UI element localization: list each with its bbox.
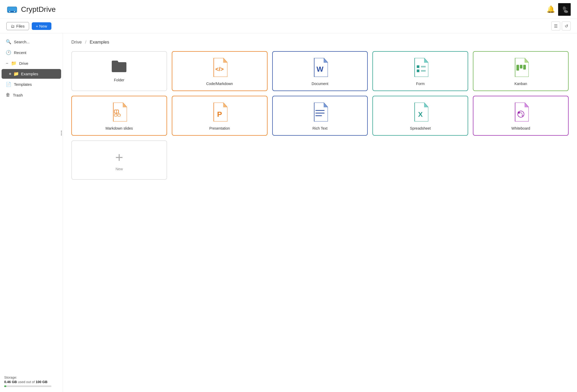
- templates-label: Templates: [14, 82, 32, 87]
- code-label: Code/Markdown: [206, 82, 233, 86]
- template-icon: 📄: [6, 82, 11, 87]
- grid-card-slides[interactable]: Markdown slides: [71, 96, 167, 136]
- trash-icon: 🗑: [6, 92, 10, 98]
- grid-card-folder[interactable]: Folder: [71, 51, 167, 91]
- grid-card-code[interactable]: </> Code/Markdown: [172, 51, 268, 91]
- document-card-icon: W: [312, 58, 328, 78]
- grid-card-presentation[interactable]: P Presentation: [172, 96, 268, 136]
- svg-point-28: [518, 112, 520, 114]
- clock-icon: 🕐: [6, 50, 11, 55]
- item-grid: Folder </> Code/Markdown: [71, 51, 569, 180]
- presentation-label: Presentation: [209, 126, 230, 130]
- user-avatar[interactable]: [558, 3, 571, 16]
- slides-card-icon: [111, 103, 127, 123]
- svg-rect-14: [516, 65, 519, 71]
- minus-icon: −: [6, 61, 8, 66]
- app-logo: CryptDrive: [6, 4, 547, 15]
- main-content: Drive / Examples Folder: [63, 33, 577, 392]
- svg-text:W: W: [317, 65, 324, 73]
- kanban-card-icon: [513, 58, 529, 78]
- recent-label: Recent: [14, 50, 26, 55]
- document-label: Document: [312, 82, 328, 86]
- sidebar-item-examples[interactable]: ⊕ 📁 Examples: [2, 69, 61, 79]
- new-button[interactable]: + New: [32, 22, 51, 30]
- storage-used: 0.46 GB: [4, 380, 17, 384]
- sidebar-item-search[interactable]: 🔍 Search...: [2, 37, 61, 47]
- breadcrumb-root[interactable]: Drive: [71, 40, 82, 45]
- storage-separator: used out of: [18, 380, 36, 384]
- main-layout: 🔍 Search... 🕐 Recent − 📁 Drive ⊕ 📁 Examp…: [0, 33, 577, 392]
- toolbar-right: ☰ ↺: [551, 22, 571, 30]
- sidebar: 🔍 Search... 🕐 Recent − 📁 Drive ⊕ 📁 Examp…: [0, 33, 63, 392]
- new-card-label: New: [115, 167, 123, 171]
- sidebar-item-drive[interactable]: − 📁 Drive: [2, 58, 61, 68]
- presentation-card-icon: P: [212, 103, 227, 123]
- svg-rect-16: [523, 65, 526, 70]
- grid-card-document[interactable]: W Document: [272, 51, 368, 91]
- code-card-icon: </>: [212, 58, 227, 78]
- breadcrumb-current: Examples: [90, 40, 109, 45]
- app-title: CryptDrive: [21, 5, 56, 14]
- spreadsheet-card-icon: X: [413, 103, 428, 123]
- svg-rect-12: [421, 66, 426, 67]
- svg-text:X: X: [418, 110, 423, 118]
- resize-handle[interactable]: [61, 131, 62, 135]
- whiteboard-card-icon: [513, 103, 529, 123]
- storage-label: Storage:: [4, 375, 58, 379]
- storage-info: Storage: 0.46 GB used out of 100 GB: [0, 372, 63, 391]
- whiteboard-label: Whiteboard: [511, 126, 530, 130]
- svg-text:</>: </>: [215, 66, 224, 72]
- new-label: + New: [36, 24, 47, 28]
- storage-total: 100 GB: [36, 380, 47, 384]
- svg-point-29: [522, 115, 523, 116]
- list-view-icon: ☰: [554, 24, 558, 29]
- storage-bar-fill: [4, 385, 6, 387]
- svg-rect-11: [417, 70, 419, 72]
- header: CryptDrive 🔔: [0, 0, 577, 19]
- slides-label: Markdown slides: [105, 126, 133, 130]
- folder-label: Folder: [114, 78, 125, 82]
- breadcrumb: Drive / Examples: [71, 40, 569, 45]
- grid-card-richtext[interactable]: Rich Text: [272, 96, 368, 136]
- search-label: Search...: [14, 40, 30, 44]
- grid-card-kanban[interactable]: Kanban: [473, 51, 569, 91]
- storage-detail: 0.46 GB used out of 100 GB: [4, 380, 58, 384]
- sidebar-item-recent[interactable]: 🕐 Recent: [2, 47, 61, 58]
- svg-rect-10: [417, 65, 419, 68]
- storage-text: Storage:: [4, 375, 17, 379]
- examples-label: Examples: [21, 72, 38, 76]
- form-label: Form: [416, 82, 425, 86]
- sidebar-item-templates[interactable]: 📄 Templates: [2, 79, 61, 89]
- grid-card-form[interactable]: Form: [372, 51, 468, 91]
- svg-rect-13: [421, 70, 426, 72]
- plus-icon: +: [115, 151, 123, 164]
- expand-icon: ⊕: [9, 72, 11, 76]
- toolbar: 🗂 Files + New ☰ ↺: [0, 19, 577, 33]
- list-view-button[interactable]: ☰: [551, 22, 560, 30]
- files-button[interactable]: 🗂 Files: [6, 22, 29, 30]
- drive-icon: [6, 4, 18, 15]
- examples-folder-icon: 📁: [13, 71, 19, 77]
- grid-card-spreadsheet[interactable]: X Spreadsheet: [372, 96, 468, 136]
- trash-label: Trash: [13, 93, 23, 97]
- grid-card-whiteboard[interactable]: Whiteboard: [473, 96, 569, 136]
- richtext-label: Rich Text: [312, 126, 327, 130]
- history-button[interactable]: ↺: [562, 22, 571, 30]
- svg-text:P: P: [217, 110, 222, 118]
- files-icon: 🗂: [11, 24, 15, 28]
- form-card-icon: [413, 58, 428, 78]
- search-icon: 🔍: [6, 39, 11, 45]
- sidebar-item-trash[interactable]: 🗑 Trash: [2, 90, 61, 100]
- svg-point-3: [14, 11, 15, 12]
- files-label: Files: [16, 24, 25, 28]
- storage-bar-background: [4, 385, 51, 387]
- grid-card-new[interactable]: + New: [71, 140, 167, 180]
- notification-bell-icon[interactable]: 🔔: [547, 5, 555, 13]
- history-icon: ↺: [565, 24, 568, 29]
- drive-folder-icon: 📁: [11, 61, 17, 66]
- breadcrumb-separator: /: [85, 40, 86, 45]
- richtext-card-icon: [312, 103, 328, 123]
- drive-label: Drive: [19, 61, 28, 66]
- spreadsheet-label: Spreadsheet: [410, 126, 431, 130]
- kanban-label: Kanban: [514, 82, 527, 86]
